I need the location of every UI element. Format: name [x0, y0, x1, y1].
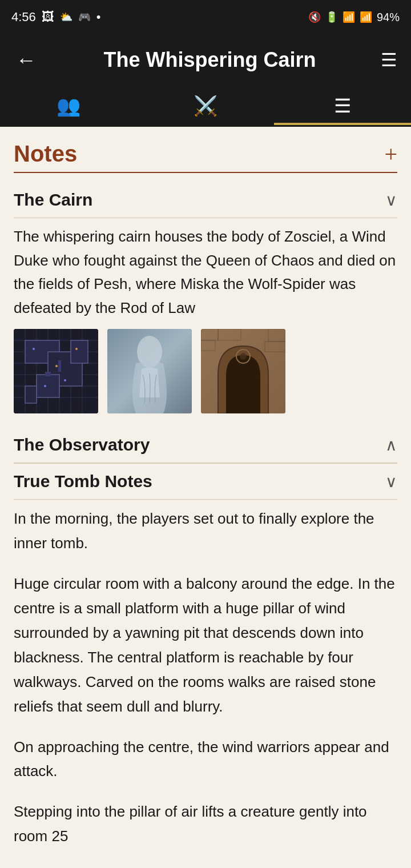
- svg-rect-17: [71, 340, 88, 363]
- section-cairn-chevron: ∨: [385, 191, 397, 210]
- svg-point-22: [44, 385, 46, 387]
- add-note-button[interactable]: +: [384, 140, 397, 167]
- section-cairn-header[interactable]: The Cairn ∨: [14, 182, 397, 218]
- map-svg: [14, 329, 98, 413]
- battery-pct: 94%: [377, 11, 400, 24]
- truetomb-para-4: Approaching the dais causes the relief o…: [14, 865, 397, 868]
- svg-point-20: [33, 348, 35, 350]
- notes-divider: [14, 172, 397, 173]
- battery-icon: 🔋: [325, 11, 338, 23]
- content-area: Notes + The Cairn ∨ The whispering cairn…: [0, 127, 411, 868]
- app-bar: ← The Whispering Cairn ☰: [0, 34, 411, 86]
- truetomb-para-2: On approaching the centre, the wind warr…: [14, 735, 397, 784]
- notes-icon: ☰: [334, 94, 351, 117]
- signal-icon: 📶: [360, 11, 372, 23]
- tab-combat[interactable]: ⚔️: [137, 86, 274, 125]
- figure-svg: [107, 329, 192, 413]
- notes-header: Notes +: [14, 140, 397, 167]
- party-icon: 👥: [57, 94, 80, 117]
- combat-icon: ⚔️: [194, 94, 217, 117]
- time-display: 4:56: [11, 10, 36, 25]
- svg-rect-16: [25, 386, 37, 403]
- section-cairn-title: The Cairn: [14, 190, 92, 210]
- tab-notes[interactable]: ☰: [274, 86, 411, 125]
- truetomb-para-3: Stepping into the pillar of air lifts a …: [14, 799, 397, 849]
- cairn-images: [14, 329, 397, 413]
- section-observatory: The Observatory ∧: [14, 427, 397, 464]
- cloud-off-icon: ⛅: [60, 11, 72, 23]
- section-cairn-body: The whispering cairn houses the body of …: [14, 218, 397, 427]
- section-truetomb-body: In the morning, the players set out to f…: [14, 500, 397, 868]
- section-observatory-header[interactable]: The Observatory ∧: [14, 427, 397, 463]
- page-title: The Whispering Cairn: [103, 48, 316, 72]
- truetomb-para-0: In the morning, the players set out to f…: [14, 507, 397, 556]
- status-left: 4:56 🖼 ⛅ 🎮 •: [11, 10, 101, 25]
- cairn-description: The whispering cairn houses the body of …: [14, 225, 397, 320]
- svg-rect-18: [58, 360, 61, 372]
- menu-button[interactable]: ☰: [381, 49, 397, 71]
- status-right: 🔇 🔋 📶 📶 94%: [308, 11, 400, 24]
- photo-icon: 🖼: [42, 10, 54, 25]
- svg-point-35: [240, 353, 247, 360]
- truetomb-para-1: Huge circular room with a balcony around…: [14, 572, 397, 718]
- svg-point-23: [75, 348, 78, 350]
- mute-icon: 🔇: [308, 11, 321, 23]
- section-truetomb: True Tomb Notes ∨ In the morning, the pl…: [14, 464, 397, 868]
- back-button[interactable]: ←: [14, 46, 39, 74]
- section-truetomb-header[interactable]: True Tomb Notes ∨: [14, 464, 397, 500]
- svg-rect-19: [45, 372, 51, 376]
- section-cairn: The Cairn ∨ The whispering cairn houses …: [14, 182, 397, 427]
- status-bar: 4:56 🖼 ⛅ 🎮 • 🔇 🔋 📶 📶 94%: [0, 0, 411, 34]
- svg-point-24: [64, 379, 66, 381]
- image-figure[interactable]: [107, 329, 192, 413]
- section-observatory-title: The Observatory: [14, 435, 150, 455]
- section-truetomb-chevron: ∨: [385, 472, 397, 491]
- image-arch[interactable]: [201, 329, 285, 413]
- section-truetomb-title: True Tomb Notes: [14, 472, 152, 491]
- notes-title: Notes: [14, 141, 77, 167]
- image-map[interactable]: [14, 329, 98, 413]
- tab-party[interactable]: 👥: [0, 86, 137, 125]
- svg-point-21: [55, 365, 58, 367]
- arch-svg: [201, 329, 285, 413]
- wifi-icon: 📶: [342, 11, 355, 23]
- tab-bar: 👥 ⚔️ ☰: [0, 86, 411, 127]
- dot-indicator: •: [96, 10, 101, 25]
- game-icon: 🎮: [78, 11, 91, 23]
- section-observatory-chevron: ∧: [385, 436, 397, 455]
- svg-rect-15: [37, 375, 59, 397]
